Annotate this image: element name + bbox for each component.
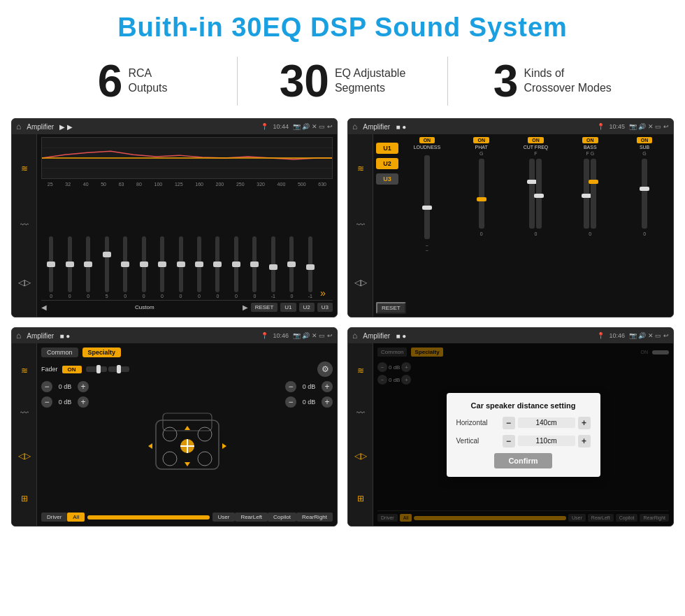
screen1-main: 253240506380100125160200250320400500630 … — [37, 134, 337, 317]
amp-control-sub: ON SUB G 0 — [619, 137, 670, 296]
dialog-overlay: Car speaker distance setting Horizontal … — [373, 343, 673, 526]
dialog-plus-vertical[interactable]: + — [578, 435, 591, 447]
dialog-icon-expand[interactable]: ⊞ — [357, 494, 364, 503]
screen3-sidebar: ≋ 〰 ◁▷ ⊞ — [12, 343, 37, 526]
screen-dialog: ⌂ Amplifier ■ ● 📍 10:46 📷 🔊 ✕ ▭ ↩ ≋ 〰 ◁▷… — [347, 327, 674, 527]
fader-icon-expand[interactable]: ⊞ — [21, 494, 28, 503]
dialog-icon-vol[interactable]: ◁▷ — [354, 451, 367, 461]
screen2-title: Amplifier ■ ● — [363, 123, 594, 131]
eq-prev-btn[interactable]: ◀ — [41, 303, 47, 311]
dialog-label-vertical: Vertical — [456, 437, 498, 445]
eq-u1-btn[interactable]: U1 — [280, 303, 296, 312]
dialog-stepper-horizontal: − 140cm + — [503, 417, 591, 429]
amp-control-cutfreq: ON CUT FREQ F 0 — [510, 137, 562, 296]
svg-marker-13 — [185, 462, 190, 466]
amp-icon-eq[interactable]: ≋ — [357, 164, 364, 173]
btn-all[interactable]: All — [67, 513, 85, 522]
vol-plus-fl[interactable]: + — [78, 381, 89, 392]
fader-icon-wave[interactable]: 〰 — [20, 408, 29, 418]
screen3-bottom-btns: Driver All User RearLeft Copilot RearRig… — [41, 513, 333, 522]
dialog-confirm-button[interactable]: Confirm — [494, 453, 551, 468]
screen4-main: Common Specialty ON − 0 dB + − — [373, 343, 673, 526]
screen3-home-icon[interactable]: ⌂ — [16, 331, 21, 341]
svg-point-8 — [198, 452, 212, 466]
dialog-minus-horizontal[interactable]: − — [503, 417, 515, 429]
screen4-topbar: ⌂ Amplifier ■ ● 📍 10:46 📷 🔊 ✕ ▭ ↩ — [348, 328, 673, 343]
dialog-label-horizontal: Horizontal — [456, 419, 498, 427]
amp-icon-volume[interactable]: ◁▷ — [354, 278, 367, 287]
eq-icon-equalizer[interactable]: ≋ — [21, 164, 28, 173]
screen4-title: Amplifier ■ ● — [363, 332, 594, 340]
dialog-minus-vertical[interactable]: − — [503, 435, 515, 447]
fader-icon-eq[interactable]: ≋ — [21, 366, 28, 375]
fader-settings-icon[interactable]: ⚙ — [317, 361, 333, 377]
amp-preset-u2[interactable]: U2 — [376, 158, 398, 169]
car-diagram — [93, 381, 281, 508]
vol-plus-fr[interactable]: + — [322, 381, 333, 392]
eq-next-btn[interactable]: ▶ — [243, 303, 248, 311]
vol-minus-fr[interactable]: − — [285, 381, 296, 392]
btn-driver[interactable]: Driver — [41, 513, 67, 522]
eq-reset-btn[interactable]: RESET — [251, 303, 278, 312]
svg-marker-12 — [185, 426, 190, 430]
screen1-topbar: ⌂ Amplifier ▶ ▶ 📍 10:44 📷 🔊 ✕ ▭ ↩ — [12, 119, 337, 134]
fader-icon-vol[interactable]: ◁▷ — [18, 451, 31, 461]
dialog-field-vertical: Vertical − 110cm + — [456, 435, 591, 447]
eq-icon-wave[interactable]: 〰 — [20, 220, 29, 230]
stat-label-rca: RCAOutputs — [128, 66, 167, 96]
amp-control-phat: ON PHAT G 0 — [456, 137, 507, 296]
dialog-value-vertical: 110cm — [518, 436, 575, 446]
screen1-title: Amplifier ▶ ▶ — [27, 123, 258, 131]
stat-label-eq: EQ AdjustableSegments — [335, 66, 405, 96]
eq-u2-btn[interactable]: U2 — [299, 303, 315, 312]
btn-rearleft[interactable]: RearLeft — [235, 513, 268, 522]
svg-point-5 — [163, 427, 177, 441]
eq-preset-label: Custom — [50, 304, 240, 310]
dialog-field-horizontal: Horizontal − 140cm + — [456, 417, 591, 429]
dialog-icon-wave[interactable]: 〰 — [356, 408, 365, 418]
btn-user[interactable]: User — [212, 513, 236, 522]
screen2-topbar: ⌂ Amplifier ■ ● 📍 10:45 📷 🔊 ✕ ▭ ↩ — [348, 119, 673, 134]
amp-icon-wave[interactable]: 〰 — [356, 220, 365, 230]
stats-row: 6 RCAOutputs 30 EQ AdjustableSegments 3 … — [0, 50, 685, 115]
eq-controls-bottom: ◀ Custom ▶ RESET U1 U2 U3 — [41, 300, 333, 314]
dialog-plus-horizontal[interactable]: + — [578, 417, 591, 429]
btn-copilot[interactable]: Copilot — [268, 513, 296, 522]
vol-minus-rr[interactable]: − — [285, 396, 296, 408]
screen3-right-volumes: − 0 dB + − 0 dB + — [285, 381, 333, 508]
stat-divider-1 — [237, 57, 238, 106]
fader-tab-specialty[interactable]: Specialty — [82, 348, 122, 357]
btn-rearright[interactable]: RearRight — [296, 513, 333, 522]
vol-plus-rl[interactable]: + — [78, 396, 89, 408]
stat-item-rca: 6 RCAOutputs — [42, 59, 223, 103]
dialog-box: Car speaker distance setting Horizontal … — [447, 393, 600, 477]
fader-tab-common[interactable]: Common — [41, 348, 78, 357]
screen-eq: ⌂ Amplifier ▶ ▶ 📍 10:44 📷 🔊 ✕ ▭ ↩ ≋ 〰 ◁▷ — [11, 118, 338, 317]
screen-amp: ⌂ Amplifier ■ ● 📍 10:45 📷 🔊 ✕ ▭ ↩ ≋ 〰 ◁▷… — [347, 118, 674, 317]
eq-sliders: 0 0 0 5 0 0 0 0 0 0 0 0 -1 0 -1 » — [41, 189, 333, 299]
screen3-left-volumes: − 0 dB + − 0 dB + — [41, 381, 89, 508]
vol-minus-fl[interactable]: − — [41, 381, 52, 392]
stat-number-6: 6 — [98, 59, 123, 103]
amp-control-bass: ON BASS F G 0 — [564, 137, 616, 296]
eq-freq-labels: 253240506380100125160200250320400500630 — [41, 182, 333, 187]
amp-preset-u3[interactable]: U3 — [376, 173, 398, 185]
amp-reset-btn[interactable]: RESET — [376, 302, 406, 314]
screen3-topbar: ⌂ Amplifier ■ ● 📍 10:46 📷 🔊 ✕ ▭ ↩ — [12, 328, 337, 343]
screen4-sidebar: ≋ 〰 ◁▷ ⊞ — [348, 343, 373, 526]
eq-icon-volume[interactable]: ◁▷ — [18, 278, 31, 287]
screen2-home-icon[interactable]: ⌂ — [352, 122, 357, 131]
fader-on-btn[interactable]: ON — [62, 366, 82, 373]
eq-u3-btn[interactable]: U3 — [317, 303, 333, 312]
vol-minus-rl[interactable]: − — [41, 396, 52, 408]
amp-preset-u1[interactable]: U1 — [376, 143, 398, 154]
screen1-home-icon[interactable]: ⌂ — [16, 122, 21, 131]
stat-item-eq: 30 EQ AdjustableSegments — [252, 59, 433, 103]
screen1-sidebar: ≋ 〰 ◁▷ — [12, 134, 37, 317]
screen1-topbar-icons: 📍 10:44 📷 🔊 ✕ ▭ ↩ — [261, 123, 333, 130]
svg-point-7 — [163, 452, 177, 466]
screen4-home-icon[interactable]: ⌂ — [352, 331, 357, 341]
dialog-icon-eq[interactable]: ≋ — [357, 366, 364, 375]
vol-plus-rr[interactable]: + — [322, 396, 333, 408]
svg-marker-15 — [222, 443, 226, 449]
